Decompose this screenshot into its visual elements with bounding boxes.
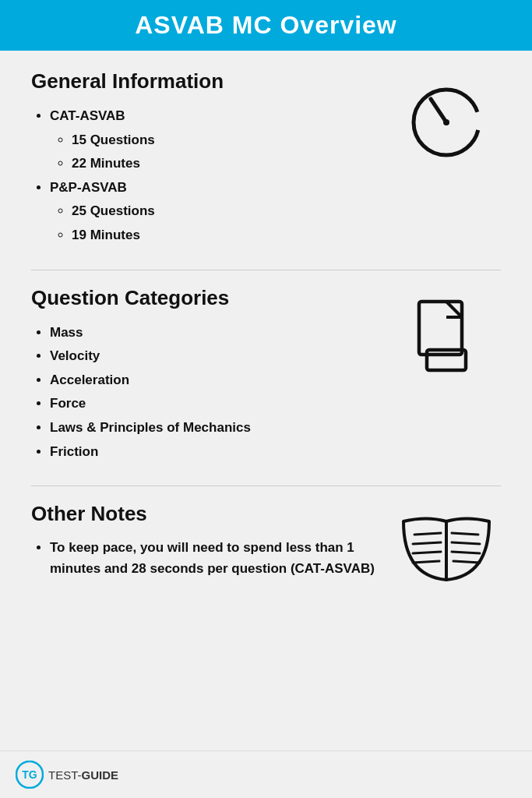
notes-item-1: To keep pace, you will need to spend les… [50, 537, 392, 579]
category-force: Force [50, 392, 392, 416]
category-velocity: Velocity [50, 344, 392, 369]
notes-title: Other Notes [31, 502, 392, 526]
svg-line-8 [413, 561, 439, 563]
svg-line-6 [413, 542, 441, 544]
pnp-questions: 25 Questions [72, 200, 392, 224]
svg-line-7 [413, 552, 441, 553]
svg-line-1 [431, 99, 446, 122]
svg-line-11 [452, 552, 480, 553]
pnp-minutes: 19 Minutes [72, 224, 392, 248]
svg-line-12 [453, 561, 480, 563]
notes-section: Other Notes To keep pace, you will need … [31, 502, 501, 588]
page-wrapper: ASVAB MC Overview General Information CA… [0, 0, 532, 798]
categories-row: Question Categories Mass Velocity Accele… [31, 286, 501, 464]
categories-section: Question Categories Mass Velocity Accele… [31, 286, 501, 464]
divider-2 [31, 486, 501, 486]
cat-asvab-item: CAT-ASVAB 15 Questions 22 Minutes [50, 104, 392, 176]
clock-icon-area [392, 77, 501, 163]
notes-list: To keep pace, you will need to spend les… [31, 537, 392, 579]
book-icon [396, 510, 497, 588]
notes-row: Other Notes To keep pace, you will need … [31, 502, 501, 588]
notes-list-area: Other Notes To keep pace, you will need … [31, 502, 392, 579]
svg-line-9 [452, 533, 478, 535]
pnp-label: P&P-ASVAB [50, 180, 127, 195]
general-info-title: General Information [31, 69, 392, 94]
cat-minutes: 22 Minutes [72, 152, 392, 176]
footer-brand-text: TEST-GUIDE [48, 768, 118, 782]
page-footer: TG TEST-GUIDE [0, 750, 532, 798]
general-info-section: General Information CAT-ASVAB 15 Questio… [31, 69, 501, 248]
general-info-list: CAT-ASVAB 15 Questions 22 Minutes P&P-AS… [31, 104, 392, 248]
footer-brand-normal: TEST- [48, 768, 82, 782]
categories-list-area: Question Categories Mass Velocity Accele… [31, 286, 392, 464]
page-header: ASVAB MC Overview [0, 0, 532, 51]
cat-label: CAT-ASVAB [50, 108, 125, 123]
categories-list: Mass Velocity Acceleration Force Laws & … [31, 321, 392, 464]
svg-text:TG: TG [22, 768, 37, 781]
divider-1 [31, 270, 501, 270]
footer-logo: TG TEST-GUIDE [16, 761, 118, 789]
cat-questions: 15 Questions [72, 129, 392, 153]
svg-line-10 [452, 542, 480, 544]
book-icon-area [392, 510, 501, 588]
page-title: ASVAB MC Overview [16, 11, 516, 40]
testguide-logo-icon: TG [16, 761, 44, 789]
document-icon [403, 294, 489, 380]
category-laws: Laws & Principles of Mechanics [50, 416, 392, 440]
category-friction: Friction [50, 440, 392, 464]
pnp-asvab-item: P&P-ASVAB 25 Questions 19 Minutes [50, 176, 392, 248]
general-info-row: General Information CAT-ASVAB 15 Questio… [31, 69, 501, 248]
category-acceleration: Acceleration [50, 369, 392, 393]
pnp-sublist: 25 Questions 19 Minutes [50, 200, 392, 247]
category-mass: Mass [50, 321, 392, 345]
clock-icon [403, 77, 489, 163]
svg-point-2 [443, 119, 449, 125]
footer-brand-bold: GUIDE [82, 768, 119, 782]
cat-sublist: 15 Questions 22 Minutes [50, 129, 392, 176]
doc-icon-area [392, 294, 501, 380]
main-content: General Information CAT-ASVAB 15 Questio… [0, 51, 532, 750]
categories-title: Question Categories [31, 286, 392, 310]
general-info-list-area: General Information CAT-ASVAB 15 Questio… [31, 69, 392, 248]
svg-line-5 [414, 533, 441, 535]
